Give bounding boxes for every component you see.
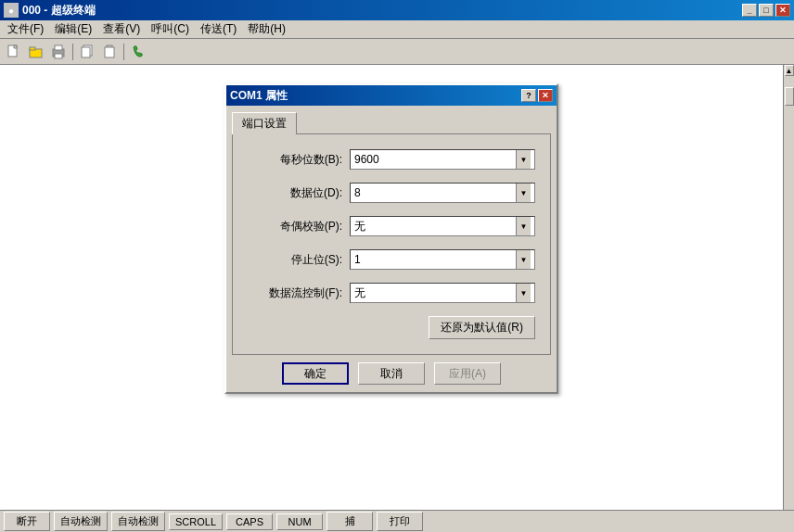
- data-bits-value: 8: [354, 186, 516, 199]
- baud-rate-row: 每秒位数(B): 9600 ▼: [248, 149, 535, 170]
- svg-rect-7: [82, 47, 90, 57]
- menu-transfer[interactable]: 传送(T): [195, 19, 242, 39]
- statusbar: 断开 自动检测 自动检测 SCROLL CAPS NUM 捕 打印: [0, 510, 794, 532]
- com1-properties-dialog: COM1 属性 ? ✕ 端口设置 每秒位数(B): 9600 ▼ 数据位(D):: [224, 83, 558, 394]
- menu-help[interactable]: 帮助(H): [242, 19, 291, 39]
- menubar: 文件(F) 编辑(E) 查看(V) 呼叫(C) 传送(T) 帮助(H): [0, 20, 794, 39]
- reset-defaults-button[interactable]: 还原为默认值(R): [429, 316, 535, 339]
- close-button[interactable]: ✕: [775, 4, 790, 17]
- apply-button[interactable]: 应用(A): [434, 362, 501, 385]
- dialog-window-controls: ? ✕: [521, 89, 553, 102]
- scrollbar-thumb[interactable]: [785, 87, 794, 106]
- dialog-help-button[interactable]: ?: [521, 89, 536, 102]
- toolbar-separator: [72, 44, 73, 60]
- parity-row: 奇偶校验(P): 无 ▼: [248, 216, 535, 236]
- ok-button[interactable]: 确定: [282, 362, 349, 385]
- cancel-button[interactable]: 取消: [358, 362, 425, 385]
- menu-call[interactable]: 呼叫(C): [146, 19, 195, 39]
- data-bits-select[interactable]: 8 ▼: [350, 183, 535, 203]
- minimize-button[interactable]: _: [742, 4, 757, 17]
- stop-bits-value: 1: [354, 253, 516, 266]
- flow-control-select[interactable]: 无 ▼: [350, 283, 535, 303]
- stop-bits-arrow[interactable]: ▼: [516, 250, 531, 269]
- copy-button[interactable]: [77, 42, 97, 62]
- parity-arrow[interactable]: ▼: [516, 217, 531, 235]
- svg-rect-9: [105, 47, 114, 57]
- baud-rate-arrow[interactable]: ▼: [516, 150, 531, 169]
- dialog-tabs: 端口设置: [226, 106, 557, 133]
- status-scroll: SCROLL: [169, 513, 223, 530]
- dialog-titlebar: COM1 属性 ? ✕: [226, 85, 557, 106]
- tab-port-settings[interactable]: 端口设置: [232, 112, 297, 134]
- flow-control-label: 数据流控制(F):: [248, 285, 350, 301]
- status-auto1: 自动检测: [54, 512, 108, 531]
- flow-control-arrow[interactable]: ▼: [516, 284, 531, 302]
- baud-rate-value: 9600: [354, 153, 516, 166]
- reset-area: 还原为默认值(R): [248, 316, 535, 339]
- dial-button[interactable]: [128, 42, 148, 62]
- svg-rect-4: [55, 45, 62, 50]
- window-controls: _ □ ✕: [742, 4, 790, 17]
- stop-bits-row: 停止位(S): 1 ▼: [248, 249, 535, 270]
- parity-label: 奇偶校验(P):: [248, 219, 350, 234]
- app-icon: ●: [4, 3, 19, 18]
- status-num: NUM: [276, 513, 323, 530]
- svg-rect-2: [30, 47, 35, 50]
- menu-file[interactable]: 文件(F): [2, 19, 49, 39]
- data-bits-arrow[interactable]: ▼: [516, 184, 531, 202]
- dialog-form: 每秒位数(B): 9600 ▼ 数据位(D): 8 ▼ 奇偶校验(P): 无: [232, 133, 551, 355]
- paste-button[interactable]: [99, 42, 120, 62]
- status-capture: 捕: [327, 512, 373, 531]
- stop-bits-select[interactable]: 1 ▼: [350, 249, 535, 270]
- print-button[interactable]: [48, 42, 69, 62]
- parity-select[interactable]: 无 ▼: [350, 216, 535, 236]
- status-caps: CAPS: [226, 513, 273, 530]
- data-bits-row: 数据位(D): 8 ▼: [248, 183, 535, 203]
- dialog-overlay: COM1 属性 ? ✕ 端口设置 每秒位数(B): 9600 ▼ 数据位(D):: [0, 65, 783, 510]
- status-disconnect: 断开: [4, 512, 50, 531]
- parity-value: 无: [354, 219, 516, 234]
- dialog-footer: 确定 取消 应用(A): [226, 355, 557, 392]
- baud-rate-select[interactable]: 9600 ▼: [350, 149, 535, 170]
- status-print: 打印: [377, 512, 423, 531]
- toolbar-separator-2: [123, 44, 124, 60]
- svg-rect-5: [55, 54, 62, 58]
- menu-view[interactable]: 查看(V): [97, 19, 146, 39]
- baud-rate-label: 每秒位数(B):: [248, 152, 350, 168]
- new-button[interactable]: [4, 42, 24, 62]
- open-button[interactable]: [26, 42, 46, 62]
- toolbar: [0, 39, 794, 65]
- flow-control-row: 数据流控制(F): 无 ▼: [248, 283, 535, 303]
- status-auto2: 自动检测: [111, 512, 165, 531]
- app-title: 000 - 超级终端: [22, 3, 742, 19]
- dialog-close-button[interactable]: ✕: [538, 89, 553, 102]
- titlebar: ● 000 - 超级终端 _ □ ✕: [0, 0, 794, 20]
- data-bits-label: 数据位(D):: [248, 185, 350, 201]
- maximize-button[interactable]: □: [759, 4, 774, 17]
- dialog-title: COM1 属性: [230, 88, 521, 104]
- flow-control-value: 无: [354, 285, 516, 301]
- menu-edit[interactable]: 编辑(E): [49, 19, 97, 39]
- scrollbar[interactable]: ▲: [783, 65, 794, 510]
- stop-bits-label: 停止位(S):: [248, 252, 350, 268]
